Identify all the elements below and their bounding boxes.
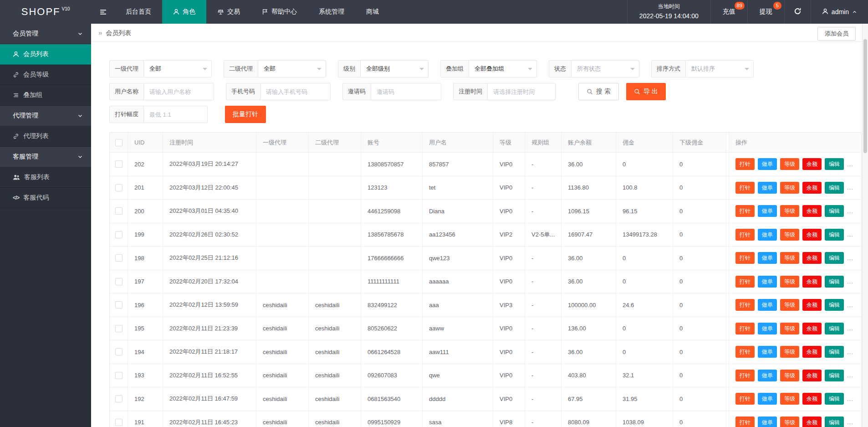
action-button-1[interactable]: 做单 — [758, 158, 777, 170]
action-button-2[interactable]: 等级 — [780, 370, 799, 381]
action-button-0[interactable]: 打针 — [735, 370, 755, 381]
more-actions[interactable]: ... — [847, 302, 853, 309]
scrollbar-thumb[interactable] — [863, 39, 867, 153]
action-button-1[interactable]: 做单 — [758, 323, 777, 334]
action-button-4[interactable]: 编辑 — [825, 229, 844, 241]
select-all-checkbox[interactable] — [115, 139, 123, 146]
action-button-0[interactable]: 打针 — [735, 229, 755, 241]
action-button-2[interactable]: 等级 — [780, 229, 799, 241]
more-actions[interactable]: ... — [847, 208, 853, 215]
more-actions[interactable]: ... — [847, 184, 853, 191]
more-actions[interactable]: ... — [847, 325, 853, 332]
filter-input-2[interactable] — [371, 83, 441, 100]
filter-dropdown-2[interactable]: 全部级别 — [360, 60, 429, 77]
action-button-1[interactable]: 做单 — [758, 370, 777, 381]
sidebar-item-service-list[interactable]: 客服列表 — [0, 167, 91, 188]
more-actions[interactable]: ... — [847, 349, 853, 355]
action-button-4[interactable]: 编辑 — [825, 158, 844, 170]
row-checkbox[interactable] — [115, 254, 123, 262]
action-button-4[interactable]: 编辑 — [825, 182, 844, 194]
sidebar-item-stack-group[interactable]: 叠加组 — [0, 85, 91, 106]
row-checkbox[interactable] — [115, 184, 123, 191]
action-button-3[interactable]: 余额 — [802, 182, 822, 194]
sidebar-item-service-code[interactable]: </> 客服代码 — [0, 188, 91, 208]
filter-dropdown-4[interactable]: 所有状态 — [571, 60, 639, 77]
row-checkbox[interactable] — [115, 395, 123, 402]
add-member-button[interactable]: 添加会员 — [817, 27, 856, 41]
search-button[interactable]: 搜 索 — [578, 83, 619, 100]
more-actions[interactable]: ... — [847, 372, 853, 379]
nav-item-0[interactable]: 后台首页 — [115, 0, 162, 24]
action-button-4[interactable]: 编辑 — [825, 252, 844, 264]
export-button[interactable]: 导 出 — [626, 83, 666, 100]
action-button-2[interactable]: 等级 — [780, 182, 799, 194]
action-button-3[interactable]: 余额 — [802, 346, 822, 358]
action-button-3[interactable]: 余额 — [802, 276, 822, 288]
action-button-3[interactable]: 余额 — [802, 158, 822, 170]
action-button-0[interactable]: 打针 — [735, 158, 755, 170]
action-button-0[interactable]: 打针 — [735, 393, 755, 405]
nav-item-2[interactable]: 交易 — [206, 0, 251, 24]
inject-range-input[interactable] — [143, 106, 208, 123]
action-button-1[interactable]: 做单 — [758, 252, 777, 264]
batch-inject-button[interactable]: 批量打针 — [225, 106, 266, 123]
action-button-0[interactable]: 打针 — [735, 276, 755, 288]
action-button-3[interactable]: 余额 — [802, 323, 822, 334]
filter-input-3[interactable] — [487, 83, 556, 100]
vertical-scrollbar[interactable] — [862, 24, 868, 427]
nav-item-4[interactable]: 系统管理 — [308, 0, 355, 24]
refresh-button[interactable] — [785, 0, 811, 24]
sidebar-item-agent-list[interactable]: 代理列表 — [0, 126, 91, 147]
nav-item-5[interactable]: 商城 — [355, 0, 390, 24]
more-actions[interactable]: ... — [847, 419, 853, 426]
filter-dropdown-0[interactable]: 全部 — [143, 60, 212, 77]
filter-dropdown-1[interactable]: 全部 — [258, 60, 326, 77]
nav-item-3[interactable]: 帮助中心 — [251, 0, 308, 24]
admin-menu[interactable]: admin — [811, 0, 868, 24]
action-button-0[interactable]: 打针 — [735, 252, 755, 264]
action-button-1[interactable]: 做单 — [758, 417, 777, 427]
row-checkbox[interactable] — [115, 348, 123, 355]
action-button-2[interactable]: 等级 — [780, 346, 799, 358]
action-button-4[interactable]: 编辑 — [825, 417, 844, 427]
sidebar-section-agent-management[interactable]: 代理管理 — [0, 106, 91, 126]
row-checkbox[interactable] — [115, 278, 123, 285]
action-button-1[interactable]: 做单 — [758, 205, 777, 217]
action-button-3[interactable]: 余额 — [802, 252, 822, 264]
filter-input-1[interactable] — [260, 83, 331, 100]
action-button-1[interactable]: 做单 — [758, 276, 777, 288]
action-button-3[interactable]: 余额 — [802, 370, 822, 381]
action-button-0[interactable]: 打针 — [735, 205, 755, 217]
row-checkbox[interactable] — [115, 325, 123, 332]
action-button-1[interactable]: 做单 — [758, 299, 777, 311]
action-button-2[interactable]: 等级 — [780, 417, 799, 427]
action-button-4[interactable]: 编辑 — [825, 276, 844, 288]
row-checkbox[interactable] — [115, 231, 123, 238]
row-checkbox[interactable] — [115, 301, 123, 309]
action-button-2[interactable]: 等级 — [780, 158, 799, 170]
action-button-2[interactable]: 等级 — [780, 252, 799, 264]
filter-dropdown-5[interactable]: 默认排序 — [685, 60, 754, 77]
action-button-3[interactable]: 余额 — [802, 229, 822, 241]
action-button-0[interactable]: 打针 — [735, 323, 755, 334]
action-button-3[interactable]: 余额 — [802, 299, 822, 311]
nav-item-1[interactable]: 角色 — [162, 0, 206, 24]
withdraw-button[interactable]: 提现 5 — [748, 0, 785, 24]
action-button-1[interactable]: 做单 — [758, 346, 777, 358]
filter-input-0[interactable] — [143, 83, 214, 100]
filter-dropdown-3[interactable]: 全部叠加组 — [469, 60, 537, 77]
action-button-3[interactable]: 余额 — [802, 417, 822, 427]
action-button-1[interactable]: 做单 — [758, 393, 777, 405]
more-actions[interactable]: ... — [847, 396, 853, 402]
action-button-0[interactable]: 打针 — [735, 346, 755, 358]
recharge-button[interactable]: 充值 89 — [711, 0, 748, 24]
more-actions[interactable]: ... — [847, 278, 853, 285]
sidebar-item-member-list[interactable]: 会员列表 — [0, 44, 91, 65]
row-checkbox[interactable] — [115, 207, 123, 215]
action-button-0[interactable]: 打针 — [735, 417, 755, 427]
sidebar-item-member-level[interactable]: 会员等级 — [0, 65, 91, 85]
action-button-2[interactable]: 等级 — [780, 323, 799, 334]
action-button-4[interactable]: 编辑 — [825, 393, 844, 405]
sidebar-section-member-management[interactable]: 会员管理 — [0, 24, 91, 44]
action-button-4[interactable]: 编辑 — [825, 299, 844, 311]
